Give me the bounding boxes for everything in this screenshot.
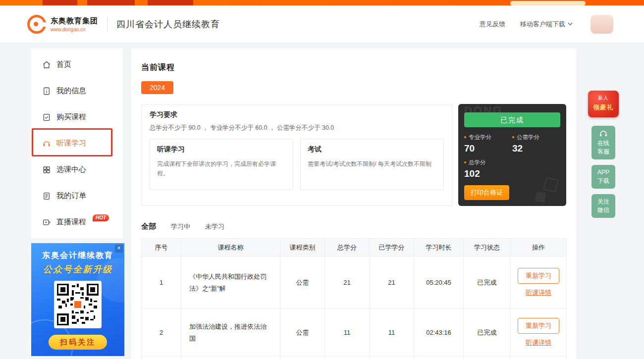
cell-duration — [414, 357, 464, 359]
site-title: 四川省会计人员继续教育 — [116, 18, 220, 30]
stat-label: 总学分 — [469, 159, 486, 165]
header-divider — [107, 17, 107, 32]
logo-site-url: www.dongao.cn — [51, 27, 98, 32]
logo[interactable]: 东奥教育集团 www.dongao.cn — [27, 15, 98, 34]
top-banner-strip — [0, 0, 644, 5]
col-header-no: 序号 — [142, 239, 181, 256]
requirements-title: 学习要求 — [150, 110, 444, 119]
cell-course-name: 《中华人民共和国行政处罚法》之“新”解 — [181, 256, 280, 309]
sidebar-item-course-center[interactable]: 选课中心 — [31, 156, 123, 183]
status-panel: DONG 已完成 专业学分 70 公需学分 32 总学分 102 打印合格证 — [458, 104, 566, 206]
app-download-line2: 下载 — [591, 177, 615, 185]
cell-total: 21 — [325, 256, 370, 309]
table-row: 《企业会计准则第28号 重新学习 听课详情 — [142, 357, 567, 359]
cell-earned: 11 — [370, 309, 414, 357]
course-filter-tabs: 全部 学习中 未学习 — [141, 222, 566, 231]
sidebar-item-label: 直播课程 — [56, 217, 86, 227]
feedback-link[interactable]: 意见反馈 — [480, 20, 505, 29]
col-header-earned-credits: 已学学分 — [370, 239, 414, 256]
mobile-download-label: 移动客户端下载 — [520, 20, 565, 29]
banner-fragment — [148, 0, 193, 5]
study-requirements-box: 学习要求 总学分不少于 90.0 ， 专业学分不少于 60.0 ， 公需学分不少… — [141, 104, 452, 206]
bullet-dot — [512, 136, 514, 138]
table-header-row: 序号 课程名称 课程类别 总学分 已学学分 学习时长 学习状态 操作 — [142, 239, 567, 256]
follow-wechat-button[interactable]: 关注 微信 — [591, 194, 615, 218]
cell-no: 2 — [142, 309, 181, 357]
col-header-status: 学习状态 — [464, 239, 511, 256]
cell-no — [142, 357, 181, 359]
cell-total — [325, 357, 370, 359]
cell-actions: 重新学习 听课详情 — [511, 309, 567, 357]
col-header-total-credits: 总学分 — [325, 239, 370, 256]
logo-name: 东奥教育集团 — [51, 16, 98, 26]
cell-earned — [370, 357, 414, 359]
gift-badge-line2: 领豪礼 — [588, 103, 619, 112]
gift-badge-line1: 新人 — [588, 95, 619, 102]
table-row: 2 加强法治建设，推进依法治国 公需 11 11 02:43:16 已完成 重新… — [142, 309, 567, 357]
sidebar-item-buy-courses[interactable]: 购买课程 — [31, 104, 123, 130]
promo-subtitle: 公众号全新升级 — [31, 263, 124, 275]
sidebar-item-label: 选课中心 — [56, 165, 86, 174]
bullet-dot — [464, 136, 466, 138]
scan-follow-button[interactable]: 扫码关注 — [49, 335, 107, 350]
sidebar-item-study[interactable]: 听课学习 — [31, 130, 123, 156]
course-detail-link[interactable]: 听课详情 — [526, 288, 551, 297]
sidebar-item-label: 购买课程 — [56, 112, 86, 122]
tab-not-started[interactable]: 未学习 — [205, 222, 224, 231]
col-header-duration: 学习时长 — [414, 239, 464, 256]
cell-earned: 21 — [370, 256, 414, 309]
app-download-line1: APP — [591, 168, 615, 177]
sidebar-item-my-orders[interactable]: 我的订单 — [31, 183, 123, 209]
close-icon[interactable]: × — [115, 245, 123, 253]
completed-status-button[interactable]: 已完成 — [464, 112, 560, 127]
year-tab-2024[interactable]: 2024 — [141, 81, 173, 94]
hot-badge: HOT — [93, 214, 109, 221]
dongao-logo-icon — [27, 15, 46, 34]
requirements-section: 学习要求 总学分不少于 90.0 ， 专业学分不少于 60.0 ， 公需学分不少… — [141, 104, 566, 206]
cube-decoration — [543, 177, 559, 193]
course-center-icon — [42, 165, 51, 174]
qr-code — [54, 281, 102, 328]
app-download-button[interactable]: APP 下载 — [591, 165, 615, 189]
listen-study-box: 听课学习 完成课程下全部讲次的学习，完成所有必学课程。 — [150, 139, 293, 190]
tab-in-progress[interactable]: 学习中 — [171, 222, 190, 231]
logo-text: 东奥教育集团 www.dongao.cn — [51, 16, 98, 32]
col-header-actions: 操作 — [511, 239, 567, 256]
sidebar-promo-banner[interactable]: × 东奥会计继续教育 公众号全新升级 — [31, 243, 124, 356]
print-certificate-button[interactable]: 打印合格证 — [464, 185, 509, 200]
header-right: 意见反馈 移动客户端下载 — [480, 15, 613, 34]
sidebar-item-my-info[interactable]: 我的信息 — [31, 78, 123, 104]
live-video-icon — [42, 218, 51, 227]
stat-value: 32 — [512, 143, 560, 154]
mobile-download-link[interactable]: 移动客户端下载 — [520, 20, 573, 29]
follow-wechat-line1: 关注 — [591, 198, 615, 206]
stat-value: 102 — [464, 168, 512, 179]
stat-label: 公需学分 — [517, 134, 539, 140]
course-detail-link[interactable]: 听课详情 — [526, 338, 551, 347]
newcomer-gift-badge[interactable]: 新人 领豪礼 — [588, 91, 619, 117]
cell-category: 公需 — [280, 256, 325, 309]
avatar[interactable] — [590, 15, 613, 34]
course-table: 序号 课程名称 课程类别 总学分 已学学分 学习时长 学习状态 操作 1 《中华… — [141, 238, 567, 359]
listen-study-title: 听课学习 — [157, 145, 286, 154]
col-header-name: 课程名称 — [181, 239, 280, 256]
stat-public-credits: 公需学分 32 — [512, 134, 560, 154]
sidebar-item-home[interactable]: 首页 — [31, 51, 123, 78]
cell-status — [464, 357, 511, 359]
sidebar-item-label: 我的信息 — [56, 86, 86, 96]
cell-total: 11 — [325, 309, 370, 357]
sidebar: 首页 我的信息 购买课程 听课学习 选课中心 我的订单 直播课程 HOT × — [31, 49, 123, 356]
home-icon — [42, 60, 51, 69]
page: { "header": { "logo_name": "东奥教育集团", "lo… — [0, 0, 644, 359]
headphone-icon — [42, 139, 51, 148]
online-service-button[interactable]: 在线 客服 — [591, 126, 615, 159]
floating-widgets: 新人 领豪礼 在线 客服 APP 下载 关注 微信 — [587, 91, 620, 223]
tab-all[interactable]: 全部 — [141, 222, 156, 231]
online-service-line2: 客服 — [591, 148, 615, 156]
relearn-button[interactable]: 重新学习 — [518, 318, 559, 334]
stat-professional-credits: 专业学分 70 — [464, 134, 512, 154]
relearn-button[interactable]: 重新学习 — [518, 268, 559, 284]
page-title: 当前课程 — [141, 62, 566, 73]
cell-no: 1 — [142, 256, 181, 309]
sidebar-item-live-courses[interactable]: 直播课程 HOT — [31, 209, 123, 235]
